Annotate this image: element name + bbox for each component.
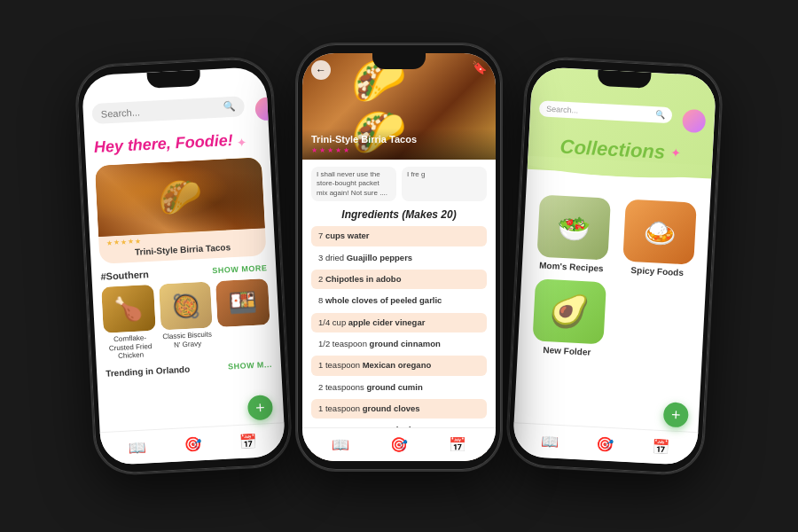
bottom-nav: 📖 🎯 📅 bbox=[100, 422, 286, 466]
collection-label-moms: Mom's Recipes bbox=[539, 261, 604, 274]
collection-thumb-spicy: 🍛 bbox=[622, 200, 697, 265]
recipe-rating-stars: ★ ★ ★ ★ ★ bbox=[311, 146, 487, 154]
ingredient-0: 7 cups water bbox=[311, 226, 487, 246]
search-bar[interactable]: 🔍 bbox=[91, 96, 245, 124]
food-item-2[interactable]: 🍱 bbox=[215, 278, 271, 356]
food-item-0[interactable]: 🍗 Cornflake-Crusted Fried Chicken bbox=[101, 285, 157, 362]
collections-avatar[interactable] bbox=[682, 109, 706, 133]
nav2-explore[interactable]: 🎯 bbox=[390, 436, 408, 453]
search-icon: 🔍 bbox=[223, 101, 236, 113]
show-more-button[interactable]: SHOW MORE bbox=[212, 263, 267, 275]
collection-item-new-folder[interactable]: 🥑 New Folder bbox=[528, 278, 609, 357]
phone-recipe: ← 🔖 Trini-Style Birria Tacos ★ ★ ★ ★ ★ I… bbox=[297, 44, 501, 470]
phone-collections: Search... 🔍 Collections ✦ 🥗 Mom' bbox=[506, 58, 723, 475]
collection-label-spicy: Spicy Foods bbox=[630, 265, 684, 278]
ingredients-title: Ingredients (Makes 20) bbox=[311, 208, 487, 221]
review-0: I shall never use the store-bought packe… bbox=[311, 167, 396, 201]
ingredient-7: 2 teaspoons ground cumin bbox=[311, 378, 487, 397]
collections-search-placeholder: Search... bbox=[546, 105, 579, 115]
collections-sparkle: ✦ bbox=[670, 145, 682, 160]
nav-icon-calendar[interactable]: 📅 bbox=[239, 433, 258, 450]
food-image-fried: 🍗 bbox=[101, 285, 155, 333]
recipe-star-4: ★ bbox=[335, 146, 341, 154]
collections-title: Collections bbox=[559, 136, 666, 164]
nav-icon-explore[interactable]: 🎯 bbox=[184, 435, 202, 453]
food-grid: 🍗 Cornflake-Crusted Fried Chicken 🥘 Clas… bbox=[101, 278, 271, 362]
ingredient-5: 1/2 teaspoon ground cinnamon bbox=[311, 334, 487, 354]
recipe-hero-image: ← 🔖 Trini-Style Birria Tacos ★ ★ ★ ★ ★ bbox=[302, 53, 496, 160]
ingredient-8: 1 teaspoon ground cloves bbox=[311, 399, 487, 419]
collection-thumb-moms: 🥗 bbox=[536, 194, 611, 260]
food-thumb-2: 🍱 bbox=[215, 278, 270, 327]
star-4: ★ bbox=[127, 238, 133, 246]
trending-section: Trending in Orlando SHOW M... bbox=[106, 360, 272, 379]
review-1: I fre g bbox=[402, 167, 487, 201]
section-tag-southern: #Southern bbox=[100, 269, 149, 282]
star-5: ★ bbox=[134, 238, 140, 246]
star-3: ★ bbox=[120, 238, 126, 246]
recipe-star-3: ★ bbox=[327, 146, 333, 154]
recipe-title: Trini-Style Birria Tacos bbox=[311, 134, 487, 145]
recipe-screen: ← 🔖 Trini-Style Birria Tacos ★ ★ ★ ★ ★ I… bbox=[302, 53, 496, 461]
food-image-third: 🍱 bbox=[215, 278, 270, 327]
collections-grid: 🥗 Mom's Recipes 🍛 Spicy Foods 🥑 New Fold… bbox=[516, 176, 711, 397]
food-item-1[interactable]: 🥘 Classic Biscuits N' Gravy bbox=[159, 281, 215, 358]
food-label-0: Cornflake-Crusted Fried Chicken bbox=[104, 333, 157, 362]
trending-label: Trending in Orlando bbox=[106, 364, 190, 379]
bottom-nav-center: 📖 🎯 📅 bbox=[302, 427, 496, 461]
avatar[interactable] bbox=[254, 97, 278, 121]
ingredient-6: 1 teaspoon Mexican oregano bbox=[311, 356, 487, 375]
sparkle-icon: ✦ bbox=[236, 135, 247, 150]
collection-label-folder: New Folder bbox=[543, 345, 591, 357]
bottom-nav-right: 📖 🎯 📅 bbox=[512, 422, 699, 466]
food-label-1: Classic Biscuits N' Gravy bbox=[161, 330, 215, 349]
greeting-text: Hey there, Foodie! bbox=[93, 131, 233, 157]
collection-item-moms[interactable]: 🥗 Mom's Recipes bbox=[533, 194, 614, 273]
collection-item-spicy[interactable]: 🍛 Spicy Foods bbox=[619, 199, 700, 278]
spicy-food-icon: 🍛 bbox=[642, 215, 677, 248]
nav3-book[interactable]: 📖 bbox=[540, 433, 559, 450]
home-screen: 🔍 Hey there, Foodie! ✦ ★ ★ ★ ★ ★ bbox=[82, 66, 286, 466]
bookmark-button[interactable]: 🔖 bbox=[472, 60, 487, 74]
food-image-biscuit: 🥘 bbox=[159, 281, 213, 330]
star-1: ★ bbox=[106, 239, 112, 246]
ingredient-2: 2 Chipotles in adobo bbox=[311, 270, 487, 289]
nav-icon-book[interactable]: 📖 bbox=[128, 438, 146, 456]
fab-add-collections[interactable]: + bbox=[663, 402, 689, 427]
ingredient-1: 3 dried Guajillo peppers bbox=[311, 248, 487, 268]
folder-avocado-icon: 🥑 bbox=[548, 292, 590, 331]
show-more-trending[interactable]: SHOW M... bbox=[228, 360, 272, 372]
notch-center bbox=[372, 53, 426, 69]
ingredients-section[interactable]: Ingredients (Makes 20) 7 cups water 3 dr… bbox=[302, 208, 496, 461]
notch-right bbox=[598, 70, 652, 89]
nav2-book[interactable]: 📖 bbox=[332, 436, 349, 453]
recipe-hero-overlay: Trini-Style Birria Tacos ★ ★ ★ ★ ★ bbox=[302, 129, 496, 160]
ingredient-3: 8 whole cloves of peeled garlic bbox=[311, 291, 487, 310]
nav3-calendar[interactable]: 📅 bbox=[652, 438, 670, 456]
hero-food-image bbox=[95, 157, 265, 237]
hero-recipe-card[interactable]: ★ ★ ★ ★ ★ Trini-Style Birria Tacos bbox=[95, 157, 267, 264]
back-button[interactable]: ← bbox=[311, 60, 331, 80]
phone-home: 🔍 Hey there, Foodie! ✦ ★ ★ ★ ★ ★ bbox=[75, 58, 292, 475]
collections-search-bar[interactable]: Search... 🔍 bbox=[539, 100, 673, 123]
recipe-star-1: ★ bbox=[311, 146, 317, 154]
hero-image bbox=[95, 157, 265, 237]
nav2-calendar[interactable]: 📅 bbox=[449, 436, 466, 453]
collections-search-icon: 🔍 bbox=[655, 110, 666, 120]
ingredient-4: 1/4 cup apple cider vinegar bbox=[311, 313, 487, 332]
star-2: ★ bbox=[113, 239, 119, 246]
food-thumb-1: 🥘 bbox=[159, 281, 213, 330]
collections-screen: Search... 🔍 Collections ✦ 🥗 Mom' bbox=[512, 66, 717, 466]
reviews-strip: I shall never use the store-bought packe… bbox=[302, 160, 496, 208]
recipe-star-2: ★ bbox=[319, 146, 325, 154]
search-input[interactable] bbox=[101, 102, 223, 119]
notch bbox=[147, 70, 201, 89]
food-thumb-0: 🍗 bbox=[101, 285, 155, 333]
collection-thumb-folder: 🥑 bbox=[532, 278, 606, 344]
recipe-star-5: ★ bbox=[343, 146, 349, 154]
fab-add-button[interactable]: + bbox=[247, 395, 273, 420]
moms-food-icon: 🥗 bbox=[556, 211, 591, 244]
nav3-explore[interactable]: 🎯 bbox=[596, 435, 614, 453]
